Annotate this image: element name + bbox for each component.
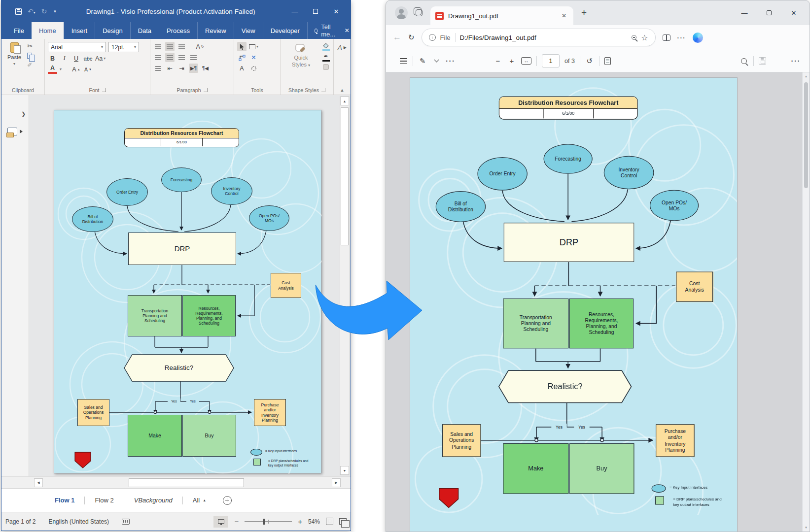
align-left-icon[interactable] <box>153 53 163 62</box>
format-painter-icon[interactable]: ✐ <box>27 62 33 68</box>
tab-developer[interactable]: Developer <box>263 22 307 39</box>
flow-drp[interactable]: DRP <box>128 233 236 265</box>
arrange-overflow-icon[interactable]: A▶ <box>338 44 347 51</box>
browser-tab[interactable]: Drawing1_out.pdf ✕ <box>430 6 573 25</box>
zoom-out-icon[interactable]: − <box>234 517 239 526</box>
minimize-button[interactable]: — <box>284 4 305 19</box>
site-info-icon[interactable] <box>429 34 436 41</box>
tab-close-icon[interactable]: ✕ <box>560 11 568 20</box>
tab-view[interactable]: View <box>234 22 263 39</box>
flow-open-pos-mos[interactable]: Open POs/ MOs <box>249 205 289 231</box>
font-color-caret[interactable]: ▾ <box>60 67 62 71</box>
tab-home[interactable]: Home <box>32 22 64 39</box>
connection-point-icon[interactable]: ✕ <box>249 53 258 62</box>
quick-styles-button[interactable]: Quick Styles ▾ <box>283 41 318 86</box>
align-center-icon[interactable] <box>165 53 175 62</box>
annotate-more-icon[interactable]: ··· <box>446 57 456 65</box>
copy-icon[interactable] <box>27 53 32 59</box>
expand-shapes-icon[interactable]: ❯ <box>21 111 26 117</box>
page-tab-flow1[interactable]: Flow 1 <box>45 497 84 504</box>
tab-process[interactable]: Process <box>159 22 197 39</box>
all-pages-button[interactable]: All▲ <box>183 497 216 504</box>
copilot-icon[interactable] <box>693 33 703 43</box>
tab-file[interactable]: File <box>6 22 32 39</box>
flow-title-block[interactable]: Distribution Resources Flowchart6/1/00 <box>124 128 239 147</box>
pdf-zoom-in-icon[interactable]: + <box>507 57 516 65</box>
insert-page-icon[interactable] <box>223 496 232 505</box>
back-icon[interactable]: ← <box>393 33 401 42</box>
settings-more-icon[interactable]: ··· <box>677 34 686 41</box>
edge-close-button[interactable]: ✕ <box>783 5 805 21</box>
align-right-icon[interactable] <box>177 53 186 62</box>
flow-connector[interactable] <box>127 206 178 232</box>
redo-icon[interactable]: ↻ <box>41 8 47 15</box>
tab-data[interactable]: Data <box>130 22 159 39</box>
page-tab-flow2[interactable]: Flow 2 <box>85 497 123 504</box>
flow-resources-requirements[interactable]: Resources, Requirements, Planning, and S… <box>182 295 236 336</box>
tell-me-box[interactable]: Tell me... <box>307 22 344 39</box>
shape-line-button[interactable]: ✒ <box>321 54 330 62</box>
flow-transportation-planning[interactable]: Transportation Planning and Scheduling <box>128 295 182 336</box>
flow-bill-of-distribution[interactable]: Bill of Distribution <box>72 206 113 232</box>
pdf-scroll-up-icon[interactable]: ▲ <box>803 72 810 80</box>
text-rotate-icon[interactable]: A↻ <box>195 42 205 51</box>
bullets-icon[interactable] <box>153 64 163 73</box>
text-tool-icon[interactable]: A <box>237 64 247 73</box>
underline-button[interactable]: U <box>71 54 81 63</box>
maximize-button[interactable] <box>305 4 326 19</box>
macro-record-icon[interactable] <box>122 519 130 525</box>
rectangle-tool-icon[interactable]: ▾ <box>249 42 258 51</box>
edge-minimize-button[interactable]: — <box>734 5 755 21</box>
zoom-level[interactable]: 54% <box>308 518 320 525</box>
close-ribbon-icon[interactable]: ✕ <box>344 22 351 39</box>
zoom-in-icon[interactable]: + <box>298 517 302 526</box>
flow-realistic[interactable]: Realistic? <box>124 355 234 381</box>
switch-windows-icon[interactable] <box>339 518 347 525</box>
paste-button[interactable]: Paste ▾ <box>4 41 24 86</box>
refresh-icon[interactable]: ↻ <box>408 33 415 42</box>
status-language[interactable]: English (United States) <box>48 518 109 525</box>
scroll-right-icon[interactable]: ▶ <box>332 478 341 487</box>
rotate-icon[interactable]: ↺ <box>585 57 594 66</box>
scroll-left-icon[interactable]: ◀ <box>34 478 43 487</box>
stencil-icon[interactable] <box>7 128 17 135</box>
flow-connector[interactable] <box>238 285 254 316</box>
flow-buy[interactable]: Buy <box>182 415 236 457</box>
shape-effects-button[interactable] <box>321 64 330 70</box>
align-bottom-icon[interactable] <box>177 42 186 51</box>
pdf-search-icon[interactable] <box>740 58 748 64</box>
connector-tool-icon[interactable] <box>237 53 247 62</box>
grow-font-button[interactable]: A▲ <box>71 65 81 74</box>
paragraph-dialog-launcher-icon[interactable] <box>204 88 208 92</box>
font-size-select[interactable]: 12pt.▾ <box>108 42 139 52</box>
fit-page-icon[interactable] <box>326 518 333 525</box>
workspaces-icon[interactable] <box>416 9 423 16</box>
scroll-down-icon[interactable]: ▼ <box>340 466 349 475</box>
pdf-save-icon[interactable] <box>759 57 766 65</box>
flow-forecasting[interactable]: Forecasting <box>161 167 202 192</box>
flow-make[interactable]: Make <box>128 415 182 457</box>
fit-width-icon[interactable]: ↔ <box>521 57 531 65</box>
font-name-select[interactable]: Arial▾ <box>48 42 106 52</box>
split-screen-icon[interactable] <box>663 34 670 41</box>
presentation-mode-icon[interactable] <box>213 516 228 528</box>
save-icon[interactable] <box>15 8 22 15</box>
toc-icon[interactable] <box>399 58 408 64</box>
favorite-star-icon[interactable]: ☆ <box>641 33 648 42</box>
page-tab-vbackground[interactable]: VBackground <box>124 497 182 504</box>
font-color-button[interactable]: A <box>48 65 57 74</box>
italic-button[interactable]: I <box>60 54 69 63</box>
new-tab-icon[interactable]: + <box>581 7 587 18</box>
pdf-zoom-out-icon[interactable]: − <box>493 57 502 65</box>
collapse-ribbon-icon[interactable]: ▲ <box>340 88 345 93</box>
address-url[interactable]: D:/Files/Drawing1_out.pdf <box>460 34 628 41</box>
flow-yes-left[interactable]: Yes <box>168 399 180 404</box>
draw-icon[interactable]: ✎ <box>418 57 427 66</box>
align-top-icon[interactable] <box>153 42 163 51</box>
text-direction-rtl-icon[interactable]: ¶◀ <box>201 64 210 73</box>
decrease-indent-icon[interactable]: ⇤ <box>165 64 175 73</box>
text-direction-ltr-icon[interactable]: ▶¶ <box>189 64 198 73</box>
flow-inventory-control[interactable]: Inventory Control <box>211 177 252 205</box>
tab-design[interactable]: Design <box>95 22 130 39</box>
tab-review[interactable]: Review <box>197 22 234 39</box>
